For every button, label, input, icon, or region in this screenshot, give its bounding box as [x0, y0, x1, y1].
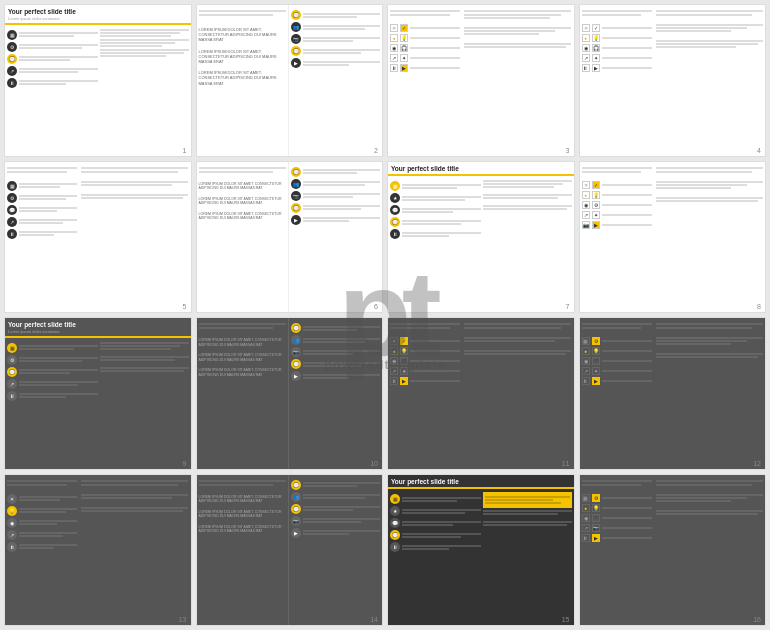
- slide-9[interactable]: Your perfect slide title Lorem ipsum dol…: [4, 317, 192, 470]
- slide-6[interactable]: LOREM IPSUM DOLOR SIT AMET, CONSECTETUR …: [196, 161, 384, 314]
- slide-number-10: 10: [370, 460, 378, 467]
- slide-15-title: Your perfect slide title: [391, 478, 571, 486]
- slide-number-12: 12: [753, 460, 761, 467]
- slide-number-14: 14: [370, 616, 378, 623]
- slide-16[interactable]: ▦ ⚙ ● 💡 ◉ 🎧 ↗: [579, 474, 767, 627]
- slide-number-9: 9: [183, 460, 187, 467]
- slide-10[interactable]: LOREM IPSUM DOLOR SIT AMET, CONSECTETUR …: [196, 317, 384, 470]
- slide-11[interactable]: ✕ ✓ ● 💡 ◉ 🎧 ↗: [387, 317, 575, 470]
- slide-2[interactable]: LOREM IPSUM DOLOR SIT AMET, CONSECTETUR …: [196, 4, 384, 157]
- slide-number-1: 1: [183, 147, 187, 154]
- slide-7[interactable]: Your perfect slide title ▦ ★ 💬: [387, 161, 575, 314]
- slide-number-13: 13: [179, 616, 187, 623]
- slide-1-title: Your perfect slide title: [8, 8, 188, 16]
- slide-number-2: 2: [374, 147, 378, 154]
- slide-number-7: 7: [566, 303, 570, 310]
- slide-number-3: 3: [566, 147, 570, 154]
- slide-4[interactable]: ✕ ✓ ● 💡 ◉ 🎧 ↗: [579, 4, 767, 157]
- slide-9-subtitle: Lorem ipsum dolor connector: [8, 329, 188, 334]
- slide-5[interactable]: ▦ ⚙ 💬 ↗ ⏸: [4, 161, 192, 314]
- slide-1[interactable]: Your perfect slide title Lorem ipsum dol…: [4, 4, 192, 157]
- slide-number-6: 6: [374, 303, 378, 310]
- slide-number-15: 15: [562, 616, 570, 623]
- slide-8[interactable]: ✕ ✓ ● 💡 ◉ ⚙ ↗: [579, 161, 767, 314]
- slide-number-5: 5: [183, 303, 187, 310]
- slide-7-title: Your perfect slide title: [391, 165, 571, 173]
- slide-number-11: 11: [562, 460, 570, 467]
- slide-1-subtitle: Lorem ipsum dolor connector: [8, 16, 188, 21]
- slide-15[interactable]: Your perfect slide title ▦ ★ 💬: [387, 474, 575, 627]
- slide-grid: Your perfect slide title Lorem ipsum dol…: [0, 0, 770, 630]
- slide-number-8: 8: [757, 303, 761, 310]
- slide-13[interactable]: ✕ 💡 ◉ ↗ ⏸: [4, 474, 192, 627]
- slide-3[interactable]: ✕ ✓ ● 💡 ◉ 🎧 ↗: [387, 4, 575, 157]
- slide-12[interactable]: ▦ ⚙ ● 💡 ◉ 🎧 ↗: [579, 317, 767, 470]
- slide-9-title: Your perfect slide title: [8, 321, 188, 329]
- slide-number-16: 16: [753, 616, 761, 623]
- slide-number-4: 4: [757, 147, 761, 154]
- slide-14[interactable]: LOREM IPSUM DOLOR SIT AMET, CONSECTETUR …: [196, 474, 384, 627]
